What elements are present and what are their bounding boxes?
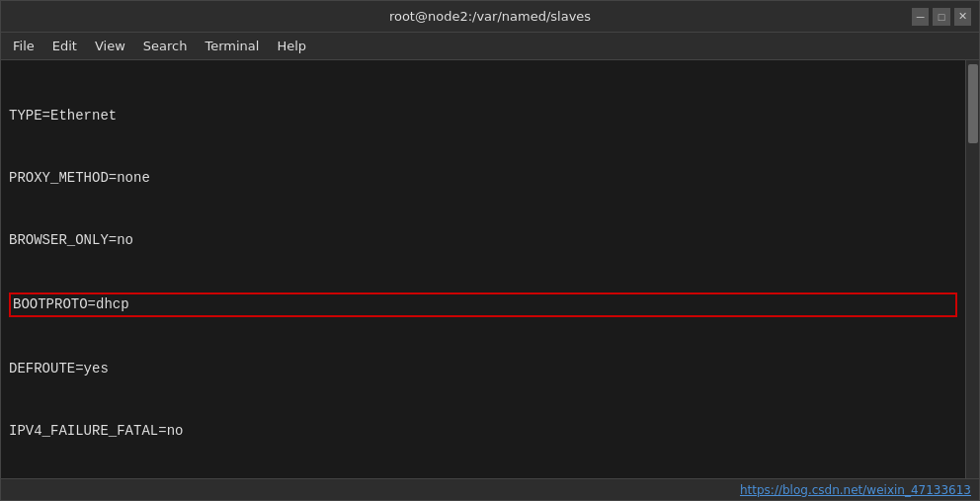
terminal-window: root@node2:/var/named/slaves ─ □ ✕ File … — [0, 0, 980, 501]
line-3: BROWSER_ONLY=no — [9, 230, 957, 251]
menu-help[interactable]: Help — [269, 37, 314, 55]
maximize-button[interactable]: □ — [933, 8, 949, 26]
title-bar: root@node2:/var/named/slaves ─ □ ✕ — [1, 1, 979, 33]
menu-file[interactable]: File — [5, 37, 42, 55]
menu-view[interactable]: View — [87, 37, 133, 55]
line-6: IPV4_FAILURE_FATAL=no — [9, 421, 957, 442]
terminal-content[interactable]: TYPE=Ethernet PROXY_METHOD=none BROWSER_… — [1, 60, 965, 478]
menu-bar: File Edit View Search Terminal Help — [1, 33, 979, 60]
line-1: TYPE=Ethernet — [9, 106, 957, 126]
line-4-bootproto: BOOTPROTO=dhcp — [9, 292, 957, 317]
window-title: root@node2:/var/named/slaves — [68, 9, 912, 24]
status-url: https://blog.csdn.net/weixin_47133613 — [740, 483, 971, 497]
terminal-body: TYPE=Ethernet PROXY_METHOD=none BROWSER_… — [1, 60, 979, 478]
line-2: PROXY_METHOD=none — [9, 168, 957, 189]
scrollbar-thumb[interactable] — [968, 64, 978, 143]
line-5: DEFROUTE=yes — [9, 359, 957, 379]
scrollbar[interactable] — [965, 60, 979, 478]
close-button[interactable]: ✕ — [954, 8, 971, 26]
menu-edit[interactable]: Edit — [44, 37, 85, 55]
window-controls: ─ □ ✕ — [912, 8, 971, 26]
minimize-button[interactable]: ─ — [912, 8, 929, 26]
menu-terminal[interactable]: Terminal — [197, 37, 267, 55]
menu-search[interactable]: Search — [135, 37, 196, 55]
status-bar: https://blog.csdn.net/weixin_47133613 — [1, 478, 979, 500]
